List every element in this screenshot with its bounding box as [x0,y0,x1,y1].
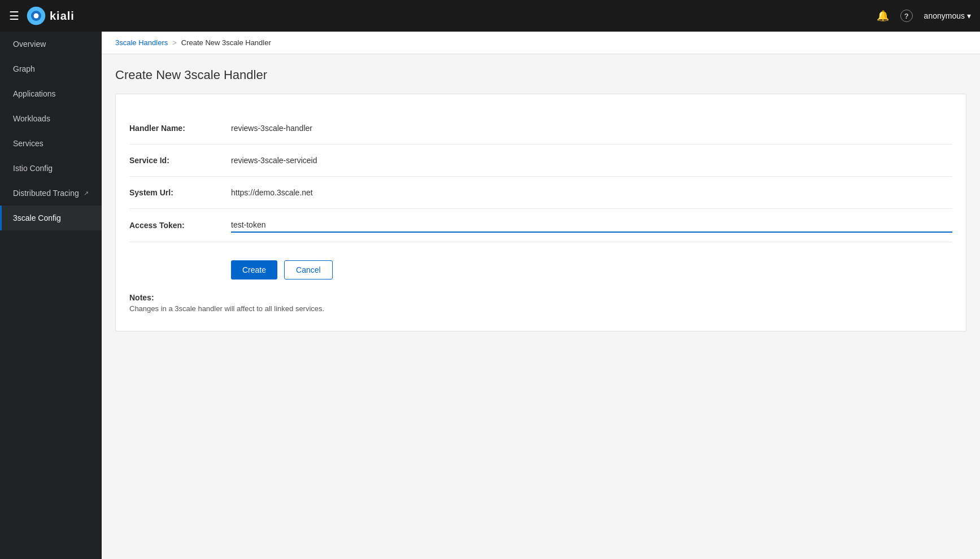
breadcrumb: 3scale Handlers > Create New 3scale Hand… [102,32,980,54]
form-card: Handler Name: Service Id: System Url: Ac… [115,94,966,331]
breadcrumb-current: Create New 3scale Handler [181,38,271,47]
system-url-input[interactable] [231,186,952,199]
create-button[interactable]: Create [231,260,277,280]
topnav: ☰ kiali 🔔 ? anonymous ▾ [0,0,980,32]
sidebar-item-3scale-config[interactable]: 3scale Config [0,206,102,230]
system-url-label: System Url: [129,188,231,197]
notes-section: Notes: Changes in a 3scale handler will … [129,293,952,313]
access-token-input[interactable] [231,218,952,233]
notes-text: Changes in a 3scale handler will affect … [129,304,952,313]
sidebar-item-label: Workloads [13,114,50,123]
form-actions: Create Cancel [129,260,952,280]
hamburger-menu[interactable]: ☰ [9,9,19,23]
user-dropdown-icon: ▾ [967,11,971,20]
main-content: 3scale Handlers > Create New 3scale Hand… [102,32,980,559]
handler-name-input[interactable] [231,121,952,135]
logo-text: kiali [50,10,75,23]
svg-point-2 [34,14,39,19]
kiali-logo-icon [26,6,46,26]
sidebar-item-graph[interactable]: Graph [0,56,102,81]
sidebar-item-label: Services [13,139,43,148]
sidebar-item-istio-config[interactable]: Istio Config [0,156,102,181]
external-link-icon: ↗ [84,190,89,197]
sidebar-item-workloads[interactable]: Workloads [0,106,102,131]
cancel-button[interactable]: Cancel [284,260,333,280]
system-url-row: System Url: [129,177,952,209]
breadcrumb-separator: > [172,38,177,47]
user-menu[interactable]: anonymous ▾ [924,11,971,20]
service-id-row: Service Id: [129,145,952,177]
sidebar-item-label: Overview [13,40,46,49]
breadcrumb-link[interactable]: 3scale Handlers [115,38,168,47]
service-id-label: Service Id: [129,156,231,165]
access-token-label: Access Token: [129,221,231,230]
sidebar-item-services[interactable]: Services [0,131,102,156]
handler-name-row: Handler Name: [129,112,952,145]
topnav-right: 🔔 ? anonymous ▾ [877,10,971,22]
sidebar-item-distributed-tracing[interactable]: Distributed Tracing ↗ [0,181,102,206]
sidebar-item-label: Distributed Tracing [13,189,79,198]
logo: kiali [26,6,75,26]
sidebar-item-overview[interactable]: Overview [0,32,102,56]
handler-name-label: Handler Name: [129,124,231,133]
notification-icon[interactable]: 🔔 [877,10,889,22]
sidebar-item-applications[interactable]: Applications [0,81,102,106]
page-body: Create New 3scale Handler Handler Name: … [102,54,980,345]
notes-title: Notes: [129,293,952,302]
sidebar-item-label: 3scale Config [13,213,61,222]
sidebar-item-label: Applications [13,89,56,98]
access-token-row: Access Token: [129,209,952,242]
page-title: Create New 3scale Handler [115,68,966,82]
help-icon[interactable]: ? [900,10,913,22]
sidebar-item-label: Graph [13,64,35,73]
service-id-input[interactable] [231,154,952,167]
sidebar: Overview Graph Applications Workloads Se… [0,32,102,559]
sidebar-item-label: Istio Config [13,164,53,173]
username: anonymous [924,11,965,20]
